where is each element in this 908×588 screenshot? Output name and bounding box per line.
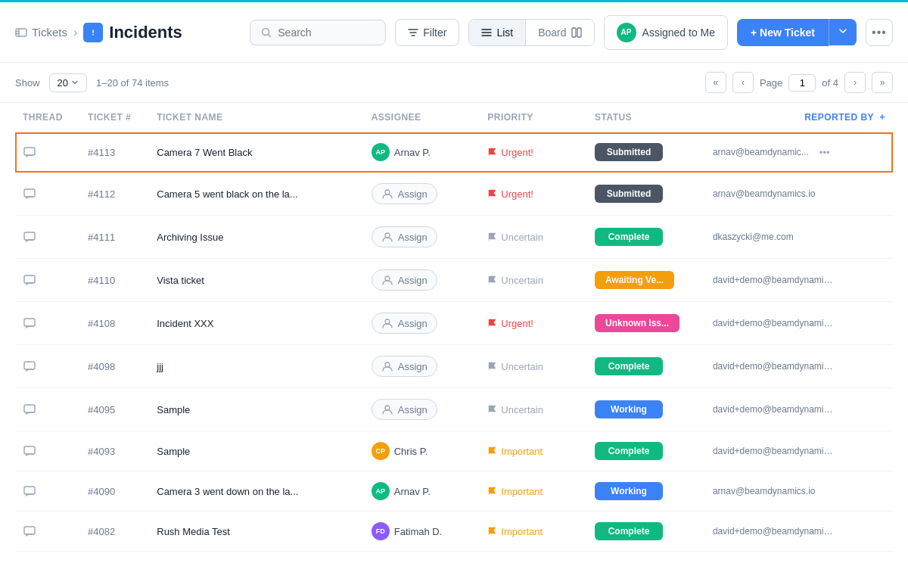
assign-button[interactable]: Assign: [372, 269, 437, 291]
priority-cell: Important: [480, 512, 587, 552]
svg-rect-12: [24, 319, 35, 326]
svg-point-7: [385, 190, 390, 194]
first-page-button[interactable]: «: [705, 72, 726, 93]
status-cell: Complete: [587, 431, 705, 471]
assignee-cell[interactable]: APArnav P.: [364, 132, 480, 173]
status-badge: Complete: [595, 228, 663, 246]
show-select[interactable]: 20: [49, 73, 87, 92]
reported-by-cell: david+demo@beamdynamics.io: [705, 345, 893, 388]
table-row[interactable]: #4113Camera 7 Went BlackAPArnav P.Urgent…: [15, 132, 893, 173]
assign-button[interactable]: Assign: [372, 226, 437, 247]
table-row[interactable]: #4093SampleCPChris P.ImportantCompleteda…: [15, 431, 893, 471]
thread-cell: [15, 471, 80, 512]
thread-cell: [15, 259, 80, 302]
status-badge: Awaiting Ve...: [595, 271, 674, 289]
th-thread: Thread: [15, 103, 80, 132]
new-ticket-group: + New Ticket: [737, 19, 857, 46]
assignee-cell[interactable]: FDFatimah D.: [364, 512, 480, 552]
assignee-cell[interactable]: Assign: [364, 216, 480, 259]
table-row[interactable]: #4110Vista ticketAssignUncertainAwaiting…: [15, 259, 893, 302]
table-row[interactable]: #4090Camera 3 went down on the la...APAr…: [15, 471, 893, 512]
breadcrumb-tickets[interactable]: Tickets: [15, 26, 67, 39]
board-view-button[interactable]: Board: [526, 20, 593, 45]
table-row[interactable]: #4112Camera 5 went black on the la...Ass…: [15, 173, 893, 216]
view-toggle: List Board: [468, 19, 594, 46]
ticket-number: #4095: [80, 388, 149, 431]
ticket-number: #4098: [80, 345, 149, 388]
status-badge: Complete: [595, 522, 663, 540]
status-badge: Working: [595, 400, 663, 418]
more-options-button[interactable]: •••: [866, 19, 893, 46]
filter-button[interactable]: Filter: [395, 19, 459, 46]
incidents-icon: [83, 23, 103, 42]
priority-flag-icon: [487, 486, 497, 496]
priority-cell: Urgent!: [480, 173, 587, 216]
assignee-cell[interactable]: CPChris P.: [364, 431, 480, 471]
svg-point-11: [385, 276, 390, 281]
status-badge: Submitted: [595, 143, 663, 161]
reported-by-cell: david+demo@beamdynamics.io: [705, 431, 893, 471]
row-more-button[interactable]: •••: [815, 145, 835, 160]
svg-rect-0: [16, 29, 26, 36]
assignee-cell[interactable]: Assign: [364, 259, 480, 302]
new-ticket-dropdown-button[interactable]: [829, 19, 857, 45]
status-badge: Submitted: [595, 185, 663, 203]
assign-button[interactable]: Assign: [372, 399, 437, 420]
ticket-name[interactable]: Sample: [149, 388, 363, 431]
thread-cell: [15, 216, 80, 259]
assignee-cell[interactable]: Assign: [364, 173, 480, 216]
th-assignee: Assignee: [364, 103, 480, 132]
table-row[interactable]: #4082Rush Media TestFDFatimah D.Importan…: [15, 512, 893, 552]
ticket-name[interactable]: jjj: [149, 345, 363, 388]
th-ticket: Ticket #: [80, 103, 149, 132]
assign-button[interactable]: Assign: [372, 183, 437, 204]
status-cell: Complete: [587, 216, 705, 259]
ticket-name[interactable]: Camera 5 went black on the la...: [149, 173, 363, 216]
table-row[interactable]: #4098jjjAssignUncertainCompletedavid+dem…: [15, 345, 893, 388]
new-ticket-button[interactable]: + New Ticket: [737, 19, 829, 46]
page-input[interactable]: [788, 74, 816, 92]
thread-cell: [15, 345, 80, 388]
svg-rect-14: [24, 362, 35, 369]
prev-page-button[interactable]: ‹: [732, 72, 754, 93]
ticket-number: #4093: [80, 431, 149, 471]
ticket-icon: [15, 26, 27, 39]
assign-button[interactable]: Assign: [372, 356, 437, 377]
assignee-cell[interactable]: APArnav P.: [364, 471, 480, 512]
toolbar: Show 20 1–20 of 74 items « ‹ Page of 4 ›…: [0, 63, 908, 103]
th-reported[interactable]: Reported By +: [705, 103, 893, 132]
ticket-name[interactable]: Camera 3 went down on the la...: [149, 471, 363, 512]
assigned-avatar: AP: [617, 23, 636, 42]
ticket-name[interactable]: Camera 7 Went Black: [149, 132, 363, 173]
items-count: 1–20 of 74 items: [96, 77, 169, 89]
status-cell: Submitted: [587, 132, 705, 173]
search-input[interactable]: [278, 26, 375, 39]
ticket-name[interactable]: Incident XXX: [149, 302, 363, 345]
assignee-cell[interactable]: Assign: [364, 388, 480, 431]
ticket-number: #4113: [80, 132, 149, 173]
ticket-name[interactable]: Rush Media Test: [149, 512, 363, 552]
assigned-to-me-button[interactable]: AP Assigned to Me: [604, 15, 729, 50]
assignee-cell[interactable]: Assign: [364, 345, 480, 388]
ticket-number: #4111: [80, 216, 149, 259]
list-view-button[interactable]: List: [469, 20, 525, 45]
ticket-name[interactable]: Archiving Issue: [149, 216, 363, 259]
priority-cell: Important: [480, 431, 587, 471]
last-page-button[interactable]: »: [872, 72, 893, 93]
search-box[interactable]: [250, 20, 386, 45]
table-row[interactable]: #4111Archiving IssueAssignUncertainCompl…: [15, 216, 893, 259]
assignee-cell[interactable]: Assign: [364, 302, 480, 345]
breadcrumb-parent-label: Tickets: [32, 26, 67, 39]
svg-rect-6: [24, 189, 35, 197]
svg-rect-10: [24, 275, 35, 283]
assign-button[interactable]: Assign: [372, 313, 437, 334]
ticket-name[interactable]: Vista ticket: [149, 259, 363, 302]
reported-by-cell: arnav@beamdynamics.io: [705, 471, 893, 512]
table-row[interactable]: #4095SampleAssignUncertainWorkingdavid+d…: [15, 388, 893, 431]
status-cell: Complete: [587, 512, 705, 552]
table-row[interactable]: #4108Incident XXXAssignUrgent!Unknown Is…: [15, 302, 893, 345]
reported-by-cell: arnav@beamdynamics.io: [705, 173, 893, 216]
next-page-button[interactable]: ›: [844, 72, 866, 93]
status-cell: Awaiting Ve...: [587, 259, 705, 302]
ticket-name[interactable]: Sample: [149, 431, 363, 471]
